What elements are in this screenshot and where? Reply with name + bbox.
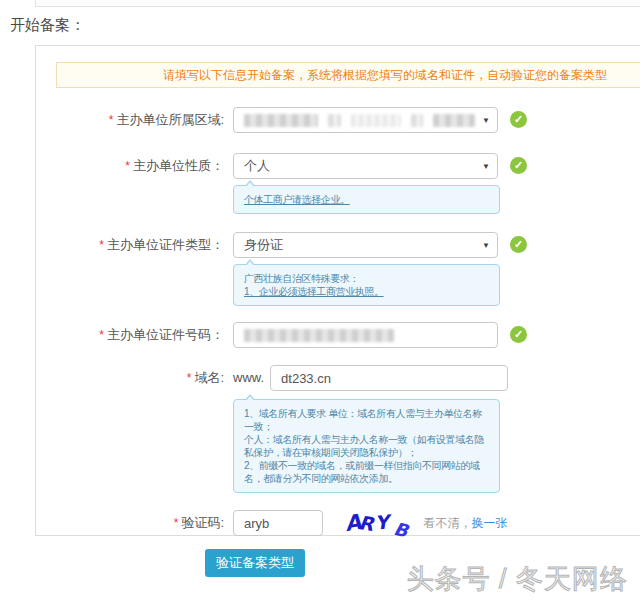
required-asterisk: * [109,113,114,127]
required-asterisk: * [125,159,130,173]
captcha-refresh-hint: 看不清， [423,516,471,530]
cert-number-label: *主办单位证件号码： [36,322,233,348]
region-select[interactable]: ▼ [233,107,498,133]
required-asterisk: * [99,328,104,342]
cert-type-select-value: 身份证 [244,236,283,254]
caret-down-icon: ▼ [482,242,490,250]
filing-form: *主办单位所属区域: ▼ ✓ [36,107,640,540]
filing-form-panel: 请填写以下信息开始备案，系统将根据您填写的域名和证件，自动验证您的备案类型 *主… [35,45,640,536]
captcha-row: *验证码: A R Y B 看不清，换一张 [36,510,640,540]
required-asterisk: * [174,516,179,530]
previous-section-edge [35,0,640,7]
cert-type-row: *主办单位证件类型： 身份证 ▼ ✓ 广西壮族自治区特殊要求： 1、企业必须选择… [36,232,640,306]
watermark: 头条号 / 冬天网络 [406,561,628,597]
valid-check-icon: ✓ [510,326,527,343]
nature-label: *主办单位性质： [36,153,233,179]
cert-number-row: *主办单位证件号码： ✓ [36,322,640,348]
captcha-input[interactable] [233,510,323,536]
caret-down-icon: ▼ [482,117,490,125]
required-asterisk: * [187,371,192,385]
valid-check-icon: ✓ [510,157,527,174]
caret-down-icon: ▼ [482,163,490,171]
cert-number-input[interactable] [233,322,498,348]
captcha-refresh-link[interactable]: 换一张 [471,516,507,530]
required-asterisk: * [99,238,104,252]
cert-type-tip: 广西壮族自治区特殊要求： 1、企业必须选择工商营业执照。 [233,264,500,306]
captcha-label: *验证码: [36,510,233,536]
domain-row: *域名: www. 1、域名所有人要求 单位：域名所有人需与主办单位名称一致； … [36,365,640,493]
www-prefix: www. [233,365,264,391]
page-title: 开始备案： [10,16,85,35]
nature-select[interactable]: 个人 ▼ [233,153,498,179]
valid-check-icon: ✓ [510,111,527,128]
domain-tip: 1、域名所有人要求 单位：域名所有人需与主办单位名称一致； 个人：域名所有人需与… [233,399,500,493]
region-label: *主办单位所属区域: [36,107,233,133]
nature-tip: 个体工商户请选择企业。 [233,185,500,214]
region-row: *主办单位所属区域: ▼ ✓ [36,107,640,133]
redacted-region-value [244,114,475,127]
nature-select-value: 个人 [244,157,270,175]
nature-row: *主办单位性质： 个人 ▼ ✓ 个体工商户请选择企业。 [36,153,640,214]
cert-type-label: *主办单位证件类型： [36,232,233,258]
valid-check-icon: ✓ [510,236,527,253]
verify-filing-type-button[interactable]: 验证备案类型 [205,549,305,577]
domain-input[interactable] [270,365,508,391]
cert-type-select[interactable]: 身份证 ▼ [233,232,498,258]
page: 开始备案： 请填写以下信息开始备案，系统将根据您填写的域名和证件，自动验证您的备… [0,0,640,601]
domain-label: *域名: [36,365,233,391]
notice-banner: 请填写以下信息开始备案，系统将根据您填写的域名和证件，自动验证您的备案类型 [56,62,640,88]
redacted-cert-number [244,329,475,342]
captcha-refresh: 看不清，换一张 [423,510,507,536]
captcha-image[interactable]: A R Y B [345,511,407,540]
